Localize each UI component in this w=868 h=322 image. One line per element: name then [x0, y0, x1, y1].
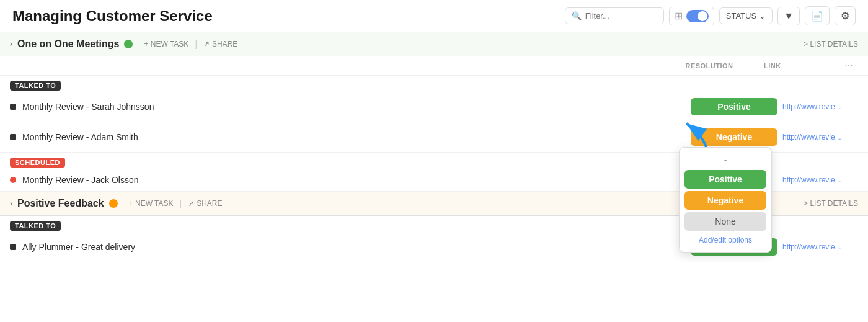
resolution-badge-positive[interactable]: Positive — [691, 98, 777, 115]
document-icon: 📄 — [811, 10, 823, 22]
share-button-2[interactable]: ↗ SHARE — [188, 199, 222, 208]
task-name: Ally Plummer - Great delivery — [22, 242, 691, 252]
task-name: Monthly Review - Jack Olsson — [22, 175, 691, 185]
section-title-one-on-one: One on One Meetings — [17, 38, 119, 50]
list-details-button-2[interactable]: > LIST DETAILS — [804, 199, 858, 208]
share-button[interactable]: ↗ SHARE — [203, 40, 237, 48]
settings-button[interactable]: ⚙ — [835, 6, 856, 25]
table-row: Monthly Review - Adam Smith Negative htt… — [0, 122, 868, 153]
status-button[interactable]: STATUS ⌄ — [719, 7, 773, 24]
group-label-scheduled: SCHEDULED — [10, 158, 65, 168]
divider: | — [195, 39, 197, 49]
dropdown-option-negative[interactable]: Negative — [684, 191, 766, 210]
page-title: Managing Customer Service — [12, 7, 557, 25]
section-chevron[interactable]: › — [10, 40, 12, 48]
section-chevron[interactable]: › — [10, 199, 12, 208]
section-dot-green — [124, 40, 133, 48]
status-label: STATUS — [726, 11, 756, 20]
document-button[interactable]: 📄 — [805, 6, 830, 25]
filter-input[interactable] — [585, 11, 657, 20]
settings-icon: ⚙ — [841, 10, 849, 22]
resolution-badge-negative[interactable]: Negative — [691, 128, 777, 146]
toggle-thumb — [698, 11, 707, 21]
task-bullet — [10, 104, 16, 110]
header-controls: 🔍 ⊞ STATUS ⌄ ▼ 📄 ⚙ — [565, 6, 856, 25]
task-bullet — [10, 134, 16, 140]
col-header-link: LINK — [759, 62, 839, 69]
task-link[interactable]: http://www.revie... — [777, 102, 858, 111]
dropdown-option-none[interactable]: None — [684, 212, 766, 231]
column-headers: RESOLUTION LINK ··· — [0, 56, 868, 76]
share-icon: ↗ — [203, 40, 210, 48]
share-icon-2: ↗ — [188, 199, 194, 208]
new-task-button[interactable]: + NEW TASK — [144, 40, 188, 48]
toggle-track[interactable] — [686, 10, 709, 22]
section-dot-orange — [109, 199, 118, 208]
list-details-button[interactable]: > LIST DETAILS — [804, 40, 858, 48]
section-actions: + NEW TASK | ↗ SHARE — [144, 39, 237, 49]
section-one-on-one: › One on One Meetings + NEW TASK | ↗ SHA… — [0, 32, 868, 56]
col-header-resolution: RESOLUTION — [660, 62, 759, 69]
chevron-down-icon: ⌄ — [759, 11, 766, 20]
section-actions-2: + NEW TASK | ↗ SHARE — [129, 199, 223, 208]
task-name: Monthly Review - Adam Smith — [22, 132, 691, 142]
task-bullet-red — [10, 177, 16, 183]
task-link[interactable]: http://www.revie... — [777, 133, 858, 141]
filter-button[interactable]: ▼ — [777, 7, 800, 25]
new-task-button-2[interactable]: + NEW TASK — [129, 199, 174, 208]
task-name: Monthly Review - Sarah Johnsson — [22, 102, 691, 112]
dropdown-dash-option[interactable]: - — [684, 153, 766, 168]
group-label-talked-to-2: TALKED TO — [10, 221, 61, 231]
divider-2: | — [180, 199, 182, 208]
search-icon: 🔍 — [572, 11, 582, 20]
section-title-positive-feedback: Positive Feedback — [17, 198, 104, 209]
task-bullet — [10, 244, 16, 250]
task-link[interactable]: http://www.revie... — [777, 243, 858, 251]
dropdown-option-positive[interactable]: Positive — [684, 170, 766, 189]
share-label-2: SHARE — [197, 199, 222, 208]
app-header: Managing Customer Service 🔍 ⊞ STATUS ⌄ ▼… — [0, 0, 868, 32]
share-label: SHARE — [212, 40, 237, 48]
filter-input-wrapper[interactable]: 🔍 — [565, 7, 664, 24]
table-row: Monthly Review - Sarah Johnsson Positive… — [0, 92, 868, 122]
filter-icon: ▼ — [784, 11, 794, 22]
resolution-dropdown: - Positive Negative None Add/edit option… — [679, 147, 772, 253]
group-label-talked-to: TALKED TO — [10, 81, 61, 91]
toggle-button[interactable]: ⊞ — [669, 7, 714, 25]
task-link[interactable]: http://www.revie... — [777, 176, 858, 184]
dropdown-add-edit[interactable]: Add/edit options — [684, 233, 766, 247]
grid-icon: ⊞ — [675, 10, 683, 22]
more-options-icon[interactable]: ··· — [839, 60, 858, 71]
